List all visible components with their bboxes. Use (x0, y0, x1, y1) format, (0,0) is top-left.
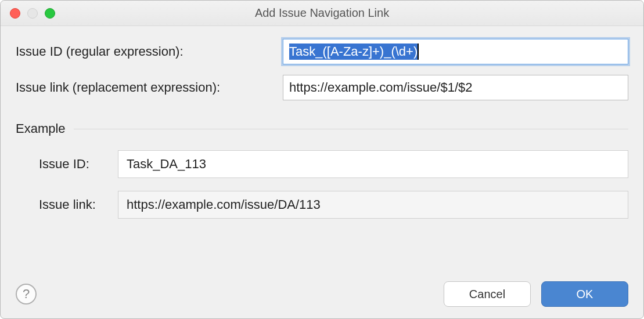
minimize-icon (27, 8, 38, 19)
issue-link-value: https://example.com/issue/$1/$2 (289, 80, 473, 95)
example-link-label: Issue link: (39, 197, 118, 212)
maximize-icon[interactable] (45, 8, 55, 19)
example-section-header: Example (16, 121, 628, 136)
traffic-lights (10, 8, 55, 19)
ok-label: OK (577, 288, 593, 301)
help-button[interactable]: ? (16, 284, 37, 304)
example-id-row: Issue ID: Task_DA_113 (16, 150, 628, 178)
dialog-footer: ? Cancel OK (1, 281, 643, 318)
ok-button[interactable]: OK (541, 281, 628, 307)
example-id-label: Issue ID: (39, 157, 118, 172)
window-title: Add Issue Navigation Link (9, 6, 635, 20)
dialog-window: Add Issue Navigation Link Issue ID (regu… (0, 0, 644, 319)
issue-link-label: Issue link (replacement expression): (16, 80, 283, 95)
issue-link-row: Issue link (replacement expression): htt… (16, 75, 628, 100)
example-link-value: https://example.com/issue/DA/113 (127, 197, 321, 212)
titlebar: Add Issue Navigation Link (1, 1, 643, 26)
issue-id-row: Issue ID (regular expression): Task_([A-… (16, 39, 628, 64)
help-icon: ? (23, 287, 30, 302)
issue-id-input[interactable]: Task_([A-Za-z]+)_(\d+) (283, 39, 628, 64)
example-id-input[interactable]: Task_DA_113 (118, 150, 628, 178)
example-link-output: https://example.com/issue/DA/113 (118, 191, 628, 219)
example-id-value: Task_DA_113 (127, 157, 206, 172)
close-icon[interactable] (10, 8, 20, 19)
section-divider (74, 129, 628, 129)
issue-link-input[interactable]: https://example.com/issue/$1/$2 (283, 75, 628, 100)
issue-id-value: Task_([A-Za-z]+)_(\d+) (289, 44, 419, 60)
dialog-content: Issue ID (regular expression): Task_([A-… (1, 26, 643, 281)
example-label: Example (16, 121, 66, 136)
cancel-button[interactable]: Cancel (444, 281, 531, 307)
example-link-row: Issue link: https://example.com/issue/DA… (16, 191, 628, 219)
cancel-label: Cancel (469, 288, 505, 301)
issue-id-label: Issue ID (regular expression): (16, 44, 283, 59)
